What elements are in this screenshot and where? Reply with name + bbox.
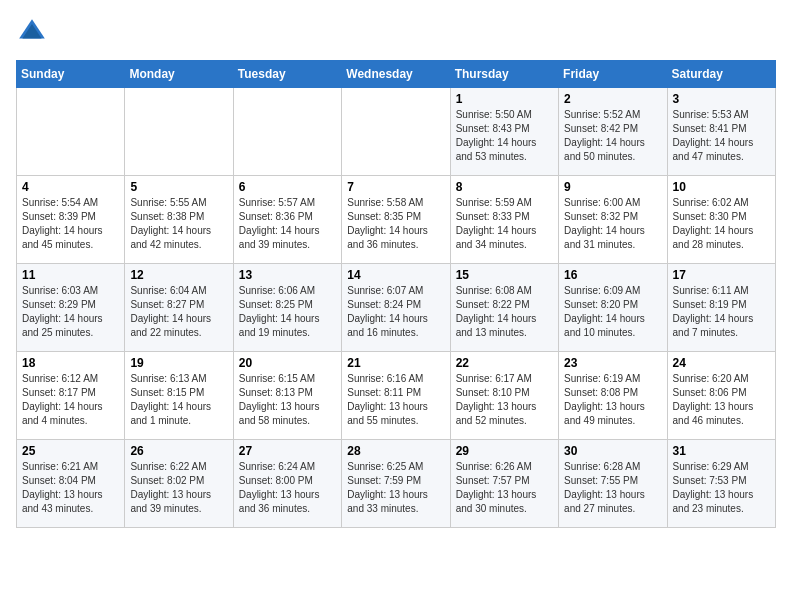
calendar-cell: 29Sunrise: 6:26 AM Sunset: 7:57 PM Dayli… (450, 440, 558, 528)
weekday-header-wednesday: Wednesday (342, 61, 450, 88)
calendar-week-4: 18Sunrise: 6:12 AM Sunset: 8:17 PM Dayli… (17, 352, 776, 440)
day-info: Sunrise: 6:28 AM Sunset: 7:55 PM Dayligh… (564, 460, 661, 516)
page-header (16, 16, 776, 48)
day-number: 8 (456, 180, 553, 194)
day-number: 10 (673, 180, 770, 194)
weekday-header-saturday: Saturday (667, 61, 775, 88)
day-number: 3 (673, 92, 770, 106)
day-info: Sunrise: 6:06 AM Sunset: 8:25 PM Dayligh… (239, 284, 336, 340)
calendar-cell: 8Sunrise: 5:59 AM Sunset: 8:33 PM Daylig… (450, 176, 558, 264)
day-info: Sunrise: 6:25 AM Sunset: 7:59 PM Dayligh… (347, 460, 444, 516)
calendar-table: SundayMondayTuesdayWednesdayThursdayFrid… (16, 60, 776, 528)
calendar-cell: 13Sunrise: 6:06 AM Sunset: 8:25 PM Dayli… (233, 264, 341, 352)
day-info: Sunrise: 6:00 AM Sunset: 8:32 PM Dayligh… (564, 196, 661, 252)
day-number: 27 (239, 444, 336, 458)
day-info: Sunrise: 6:19 AM Sunset: 8:08 PM Dayligh… (564, 372, 661, 428)
calendar-cell: 2Sunrise: 5:52 AM Sunset: 8:42 PM Daylig… (559, 88, 667, 176)
day-info: Sunrise: 6:11 AM Sunset: 8:19 PM Dayligh… (673, 284, 770, 340)
day-info: Sunrise: 6:03 AM Sunset: 8:29 PM Dayligh… (22, 284, 119, 340)
day-number: 25 (22, 444, 119, 458)
day-info: Sunrise: 6:26 AM Sunset: 7:57 PM Dayligh… (456, 460, 553, 516)
day-info: Sunrise: 5:58 AM Sunset: 8:35 PM Dayligh… (347, 196, 444, 252)
day-info: Sunrise: 5:52 AM Sunset: 8:42 PM Dayligh… (564, 108, 661, 164)
day-number: 9 (564, 180, 661, 194)
calendar-cell: 27Sunrise: 6:24 AM Sunset: 8:00 PM Dayli… (233, 440, 341, 528)
weekday-header-thursday: Thursday (450, 61, 558, 88)
day-number: 20 (239, 356, 336, 370)
calendar-cell: 3Sunrise: 5:53 AM Sunset: 8:41 PM Daylig… (667, 88, 775, 176)
calendar-cell: 21Sunrise: 6:16 AM Sunset: 8:11 PM Dayli… (342, 352, 450, 440)
day-info: Sunrise: 5:54 AM Sunset: 8:39 PM Dayligh… (22, 196, 119, 252)
day-info: Sunrise: 6:21 AM Sunset: 8:04 PM Dayligh… (22, 460, 119, 516)
calendar-cell: 10Sunrise: 6:02 AM Sunset: 8:30 PM Dayli… (667, 176, 775, 264)
day-info: Sunrise: 6:20 AM Sunset: 8:06 PM Dayligh… (673, 372, 770, 428)
calendar-cell: 26Sunrise: 6:22 AM Sunset: 8:02 PM Dayli… (125, 440, 233, 528)
weekday-header-sunday: Sunday (17, 61, 125, 88)
day-info: Sunrise: 6:29 AM Sunset: 7:53 PM Dayligh… (673, 460, 770, 516)
day-number: 16 (564, 268, 661, 282)
calendar-cell: 31Sunrise: 6:29 AM Sunset: 7:53 PM Dayli… (667, 440, 775, 528)
day-number: 17 (673, 268, 770, 282)
calendar-cell: 14Sunrise: 6:07 AM Sunset: 8:24 PM Dayli… (342, 264, 450, 352)
logo (16, 16, 52, 48)
calendar-cell: 1Sunrise: 5:50 AM Sunset: 8:43 PM Daylig… (450, 88, 558, 176)
day-number: 28 (347, 444, 444, 458)
day-info: Sunrise: 5:50 AM Sunset: 8:43 PM Dayligh… (456, 108, 553, 164)
header-row: SundayMondayTuesdayWednesdayThursdayFrid… (17, 61, 776, 88)
day-number: 15 (456, 268, 553, 282)
day-number: 31 (673, 444, 770, 458)
day-info: Sunrise: 5:55 AM Sunset: 8:38 PM Dayligh… (130, 196, 227, 252)
day-info: Sunrise: 5:53 AM Sunset: 8:41 PM Dayligh… (673, 108, 770, 164)
day-number: 14 (347, 268, 444, 282)
day-number: 4 (22, 180, 119, 194)
day-info: Sunrise: 6:12 AM Sunset: 8:17 PM Dayligh… (22, 372, 119, 428)
calendar-week-5: 25Sunrise: 6:21 AM Sunset: 8:04 PM Dayli… (17, 440, 776, 528)
calendar-cell: 4Sunrise: 5:54 AM Sunset: 8:39 PM Daylig… (17, 176, 125, 264)
calendar-cell: 7Sunrise: 5:58 AM Sunset: 8:35 PM Daylig… (342, 176, 450, 264)
day-number: 18 (22, 356, 119, 370)
calendar-cell: 22Sunrise: 6:17 AM Sunset: 8:10 PM Dayli… (450, 352, 558, 440)
calendar-cell: 5Sunrise: 5:55 AM Sunset: 8:38 PM Daylig… (125, 176, 233, 264)
calendar-cell: 20Sunrise: 6:15 AM Sunset: 8:13 PM Dayli… (233, 352, 341, 440)
day-number: 13 (239, 268, 336, 282)
day-info: Sunrise: 6:08 AM Sunset: 8:22 PM Dayligh… (456, 284, 553, 340)
day-number: 12 (130, 268, 227, 282)
calendar-cell: 25Sunrise: 6:21 AM Sunset: 8:04 PM Dayli… (17, 440, 125, 528)
day-info: Sunrise: 6:17 AM Sunset: 8:10 PM Dayligh… (456, 372, 553, 428)
calendar-cell: 9Sunrise: 6:00 AM Sunset: 8:32 PM Daylig… (559, 176, 667, 264)
day-number: 11 (22, 268, 119, 282)
day-number: 1 (456, 92, 553, 106)
day-info: Sunrise: 5:59 AM Sunset: 8:33 PM Dayligh… (456, 196, 553, 252)
day-info: Sunrise: 6:24 AM Sunset: 8:00 PM Dayligh… (239, 460, 336, 516)
day-info: Sunrise: 6:16 AM Sunset: 8:11 PM Dayligh… (347, 372, 444, 428)
logo-icon (16, 16, 48, 48)
day-number: 6 (239, 180, 336, 194)
calendar-week-1: 1Sunrise: 5:50 AM Sunset: 8:43 PM Daylig… (17, 88, 776, 176)
weekday-header-friday: Friday (559, 61, 667, 88)
day-info: Sunrise: 6:02 AM Sunset: 8:30 PM Dayligh… (673, 196, 770, 252)
day-number: 5 (130, 180, 227, 194)
day-number: 7 (347, 180, 444, 194)
day-info: Sunrise: 6:04 AM Sunset: 8:27 PM Dayligh… (130, 284, 227, 340)
day-number: 19 (130, 356, 227, 370)
day-number: 30 (564, 444, 661, 458)
day-info: Sunrise: 6:15 AM Sunset: 8:13 PM Dayligh… (239, 372, 336, 428)
calendar-cell: 17Sunrise: 6:11 AM Sunset: 8:19 PM Dayli… (667, 264, 775, 352)
day-info: Sunrise: 6:09 AM Sunset: 8:20 PM Dayligh… (564, 284, 661, 340)
calendar-cell: 11Sunrise: 6:03 AM Sunset: 8:29 PM Dayli… (17, 264, 125, 352)
day-info: Sunrise: 5:57 AM Sunset: 8:36 PM Dayligh… (239, 196, 336, 252)
day-number: 23 (564, 356, 661, 370)
day-number: 22 (456, 356, 553, 370)
day-number: 2 (564, 92, 661, 106)
weekday-header-monday: Monday (125, 61, 233, 88)
calendar-cell (125, 88, 233, 176)
day-number: 24 (673, 356, 770, 370)
calendar-cell: 30Sunrise: 6:28 AM Sunset: 7:55 PM Dayli… (559, 440, 667, 528)
calendar-cell (342, 88, 450, 176)
calendar-cell: 15Sunrise: 6:08 AM Sunset: 8:22 PM Dayli… (450, 264, 558, 352)
calendar-cell: 6Sunrise: 5:57 AM Sunset: 8:36 PM Daylig… (233, 176, 341, 264)
calendar-cell: 24Sunrise: 6:20 AM Sunset: 8:06 PM Dayli… (667, 352, 775, 440)
calendar-cell (233, 88, 341, 176)
calendar-cell: 12Sunrise: 6:04 AM Sunset: 8:27 PM Dayli… (125, 264, 233, 352)
day-number: 21 (347, 356, 444, 370)
